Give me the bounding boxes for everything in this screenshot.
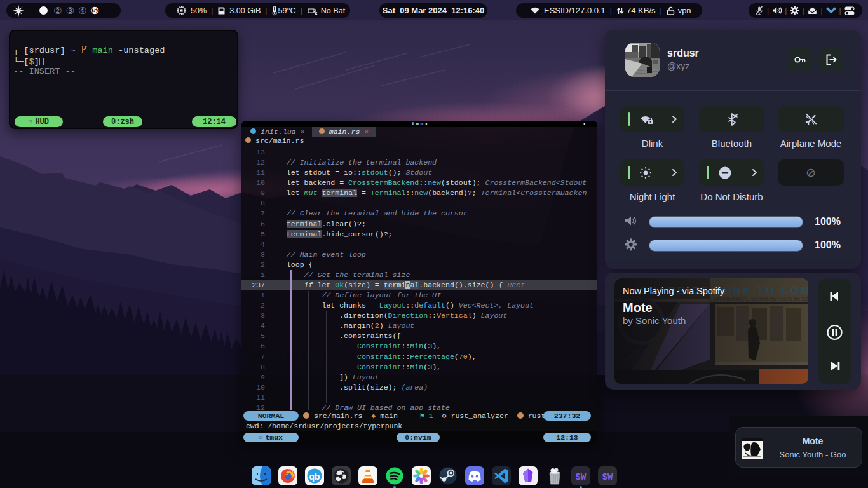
svg-text:qb: qb bbox=[309, 471, 320, 482]
svg-text:$W: $W bbox=[576, 472, 587, 482]
svg-text:$W: $W bbox=[602, 472, 613, 482]
